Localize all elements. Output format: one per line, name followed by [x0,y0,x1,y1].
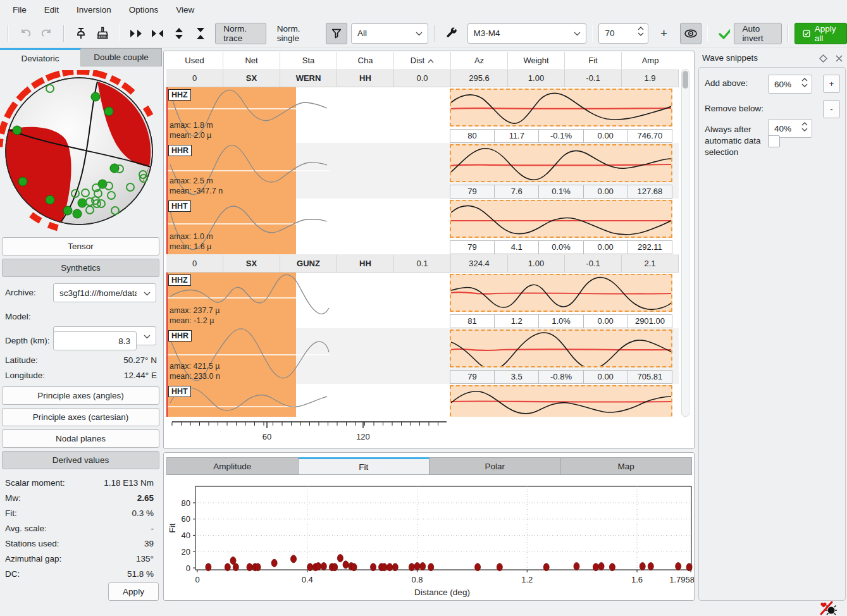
station-fit-point[interactable] [640,562,645,570]
add-above-spinbox[interactable]: 60% [768,75,812,94]
synthetics-button[interactable]: Synthetics [2,259,159,277]
auto-invert-button[interactable]: Auto invert [734,23,782,44]
apply-all-button[interactable]: Apply all [794,23,847,44]
expand-horizontal-button[interactable] [125,23,147,44]
waveform-list[interactable]: 0SXWERNHH0.0295.61.00-0.11.9HHZamax: 1.8… [166,69,679,417]
station-fit-point[interactable] [543,564,549,571]
processing-settings-button[interactable] [441,23,462,44]
menu-inversion[interactable]: Inversion [77,5,111,15]
add-snippets-button[interactable]: + [823,75,840,93]
station-fit-point[interactable] [321,562,326,570]
add-snr-button[interactable]: + [648,23,680,44]
station-fit-point[interactable] [574,562,579,570]
archive-select[interactable]: sc3gf1d:///home/data/ [53,283,156,302]
channel-row-hhr[interactable]: HHRamax: 421.5 µmean: 233.0 n793.5-0.8%0… [166,328,679,384]
redo-button[interactable] [36,23,58,44]
station-fit-point[interactable] [225,564,230,571]
derived-values-button[interactable]: Derived values [2,451,159,469]
apply-button[interactable]: Apply [108,582,159,601]
station-fit-point[interactable] [316,562,321,570]
channel-row-hht[interactable]: HHT [166,384,679,417]
remove-snippets-button[interactable]: - [823,100,840,118]
fit-snippet-box[interactable] [450,330,672,367]
station-fit-point[interactable] [409,564,414,571]
station-fit-point[interactable] [343,561,349,569]
station-fit-point[interactable] [593,564,598,571]
spin-down-icon[interactable] [801,83,808,87]
spin-up-icon[interactable] [801,122,808,126]
station-fit-point[interactable] [337,555,343,562]
filter-button[interactable] [326,23,347,44]
tab-polar[interactable]: Polar [430,457,561,475]
station-fit-point[interactable] [307,564,313,571]
scrollbar-thumb[interactable] [683,71,688,89]
channel-row-hhr[interactable]: HHRamax: 2.5 mmean: -347.7 n797.60.1%0.0… [166,143,679,199]
station-fit-point[interactable] [609,564,615,571]
column-header-dist[interactable]: Dist [394,52,451,69]
filter-select[interactable]: All [351,23,428,44]
channel-row-hht[interactable]: HHTamax: 1.0 mmean: 1.6 µ794.10.0%0.0029… [166,199,679,254]
station-row-gunz[interactable]: 0SXGUNZHH0.1324.41.00-0.12.1 [166,254,679,273]
fit-vs-distance-plot[interactable]: 02040608000.40.81.21.61.7958Distance (de… [164,478,694,600]
pin-button[interactable] [70,23,92,44]
auto-selection-checkbox[interactable] [768,135,780,147]
tensor-button[interactable]: Tensor [2,237,159,256]
fit-snippet-box[interactable] [450,200,672,238]
station-fit-point[interactable] [648,562,653,570]
column-header-fit[interactable]: Fit [565,52,622,69]
fit-snippet-box[interactable] [450,89,672,126]
station-fit-point[interactable] [332,564,338,571]
station-fit-point[interactable] [247,564,252,571]
column-header-weight[interactable]: Weight [508,52,565,69]
principle-axes-cartesian-button[interactable]: Principle axes (cartesian) [2,408,159,426]
station-fit-point[interactable] [414,562,420,570]
station-fit-point[interactable] [598,562,604,570]
column-header-sta[interactable]: Sta [280,52,337,69]
norm-single-button[interactable]: Norm. single [269,23,322,44]
tab-fit[interactable]: Fit [299,457,430,475]
station-row-wern[interactable]: 0SXWERNHH0.0295.61.00-0.11.9 [166,69,679,87]
menu-view[interactable]: View [176,5,194,15]
fit-snippet-box[interactable] [450,144,672,182]
station-fit-point[interactable] [351,564,357,571]
profile-select[interactable]: M3-M4 [467,23,586,44]
undo-button[interactable] [15,23,36,44]
fit-snippet-box[interactable] [450,274,672,312]
station-fit-point[interactable] [255,564,261,571]
channel-row-hhz[interactable]: HHZamax: 237.7 µmean: -1.2 µ811.21.0%0.0… [166,273,679,328]
column-header-used[interactable]: Used [166,52,223,69]
station-fit-point[interactable] [233,564,238,571]
collapse-vertical-button[interactable] [190,23,211,44]
spin-up-icon[interactable] [801,78,808,82]
station-fit-point[interactable] [291,555,297,563]
spin-down-icon[interactable] [801,128,808,132]
nodal-planes-button[interactable]: Nodal planes [2,429,159,448]
fit-snippet-box[interactable] [450,385,672,417]
station-fit-point[interactable] [686,564,692,571]
column-header-az[interactable]: Az [451,52,508,69]
menu-edit[interactable]: Edit [44,5,59,15]
station-fit-point[interactable] [497,564,502,571]
collapse-horizontal-button[interactable] [147,23,168,44]
column-header-net[interactable]: Net [223,52,280,69]
station-fit-point[interactable] [475,564,481,571]
menu-file[interactable]: File [13,5,27,15]
spin-up-icon[interactable] [638,27,644,30]
visibility-button[interactable] [680,23,702,44]
tab-double-couple[interactable]: Double couple [81,48,162,66]
column-header-amp[interactable]: Amp [622,52,679,69]
station-fit-point[interactable] [387,564,393,571]
menu-options[interactable]: Options [129,5,159,15]
station-fit-point[interactable] [676,562,681,570]
column-header-cha[interactable]: Cha [337,52,394,69]
station-fit-point[interactable] [271,559,277,567]
clean-brush-button[interactable] [92,23,113,44]
principle-axes-angles-button[interactable]: Principle axes (angles) [2,386,159,405]
snr-spinbox[interactable]: 70 [598,23,648,44]
station-fit-point[interactable] [381,564,387,571]
station-fit-point[interactable] [420,562,426,570]
station-fit-point[interactable] [428,564,434,571]
dock-close-icon[interactable] [835,54,843,63]
channel-row-hhz[interactable]: HHZamax: 1.8 mmean: 2.0 µ8011.7-0.1%0.00… [166,87,679,143]
norm-trace-button[interactable]: Norm. trace [215,23,266,44]
